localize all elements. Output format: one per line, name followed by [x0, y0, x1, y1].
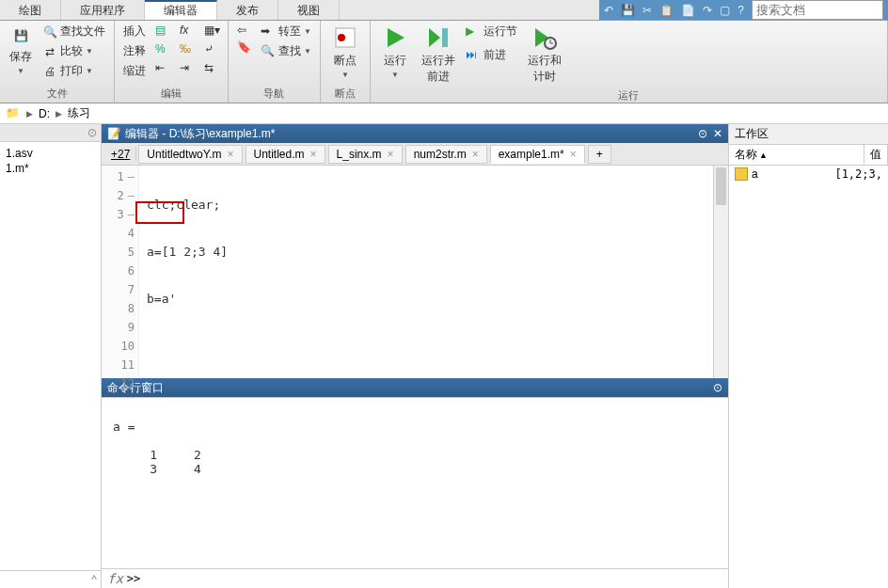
insert-button[interactable]: 插入: [120, 23, 149, 40]
run-advance-button[interactable]: 运行并 前进: [418, 23, 459, 87]
back-icon[interactable]: ⇦: [234, 23, 254, 38]
editor-scrollbar[interactable]: [713, 166, 728, 378]
indent-button[interactable]: 缩进: [120, 62, 149, 80]
close-tab-icon[interactable]: ×: [472, 148, 479, 161]
run-section-button[interactable]: ▶运行节: [463, 23, 520, 40]
cut-icon[interactable]: ✂: [642, 4, 652, 17]
tab-publish[interactable]: 发布: [217, 0, 278, 20]
file-item[interactable]: 1.m*: [0, 161, 101, 176]
col-value[interactable]: 值: [864, 145, 888, 165]
run-group-label: 运行: [376, 88, 881, 103]
paste-icon[interactable]: 📄: [681, 4, 695, 17]
crumb-folder[interactable]: 练习: [68, 105, 90, 121]
close-tab-icon[interactable]: ×: [310, 148, 317, 161]
dock-icon[interactable]: ⊙: [698, 127, 707, 140]
chevron-down-icon: ▼: [17, 67, 24, 75]
print-button[interactable]: 🖨打印▼: [40, 62, 108, 80]
save-icon[interactable]: 💾: [621, 4, 635, 17]
disk-icon: 💾: [9, 24, 32, 47]
minimize-panel-icon[interactable]: ⊙: [87, 126, 97, 139]
line-gutter: 1— 2— 3— 4 5 6 7 8 9 10 11 12: [102, 166, 139, 378]
add-tab-button[interactable]: +: [588, 145, 611, 164]
close-tab-icon[interactable]: ×: [228, 148, 234, 161]
insert-section-icon[interactable]: ▤: [152, 23, 173, 40]
advance-icon: ⏭: [466, 48, 481, 63]
undo-icon[interactable]: ↶: [604, 4, 613, 17]
editor-body[interactable]: 1— 2— 3— 4 5 6 7 8 9 10 11 12 clc;clear;…: [102, 166, 728, 378]
quick-access-toolbar: ↶ 💾 ✂ 📋 📄 ↷ ▢ ?: [599, 0, 888, 20]
tab-apps[interactable]: 应用程序: [61, 0, 145, 20]
main-area: ⊙ 1.asv 1.m* ^ 📝 编辑器 - D:\练习\example1.m*…: [0, 124, 888, 588]
workspace-var-row[interactable]: a [1,2;3,: [729, 166, 888, 183]
search-input[interactable]: [752, 0, 883, 20]
tab-untitledtwoy[interactable]: UntitledtwoY.m×: [138, 145, 242, 164]
var-name: a: [752, 167, 758, 181]
editor-title: 编辑器 - D:\练习\example1.m*: [125, 126, 275, 142]
find-icon: 🔍: [261, 44, 276, 59]
close-tab-icon[interactable]: ×: [570, 148, 577, 161]
tab-plot[interactable]: 绘图: [0, 0, 61, 20]
tab-view[interactable]: 视图: [278, 0, 340, 20]
svg-marker-3: [429, 28, 440, 47]
tab-example1[interactable]: example1.m*×: [490, 145, 585, 164]
crumb-sep-icon[interactable]: ▶: [26, 109, 33, 119]
nav-group-label: 导航: [234, 87, 314, 101]
svg-rect-4: [442, 28, 448, 47]
command-window-output[interactable]: a = 1 2 3 4: [102, 397, 728, 568]
file-group-label: 文件: [6, 87, 108, 101]
goto-button[interactable]: ➡转至▼: [258, 23, 314, 40]
redo-icon[interactable]: ↷: [703, 4, 712, 17]
tab-num2str[interactable]: num2str.m×: [405, 145, 487, 164]
crumb-sep-icon[interactable]: ▶: [56, 109, 62, 119]
indent-left-icon[interactable]: ⇤: [152, 60, 173, 77]
play-advance-icon: [423, 24, 453, 51]
svg-point-1: [338, 34, 345, 41]
folder-icon[interactable]: 📁: [6, 106, 21, 121]
comment-pct-icon[interactable]: %: [152, 41, 173, 58]
find-button[interactable]: 🔍查找▼: [258, 42, 314, 60]
run-time-icon: [530, 24, 560, 51]
search-file-icon: 🔍: [42, 24, 57, 40]
run-section-icon: ▶: [466, 24, 481, 40]
save-button[interactable]: 💾 保存 ▼: [6, 23, 36, 77]
find-files-button[interactable]: 🔍查找文件: [40, 23, 108, 40]
save-label: 保存: [9, 49, 32, 65]
code-area[interactable]: clc;clear; a=[1 2;3 4] b=a': [139, 166, 713, 378]
chevron-down-icon: ▼: [341, 71, 349, 79]
edit-group-label: 编辑: [120, 87, 222, 101]
tab-lsinx[interactable]: L_sinx.m×: [328, 145, 403, 164]
breakpoints-button[interactable]: 断点 ▼: [326, 23, 364, 81]
print-icon: 🖨: [42, 64, 57, 79]
close-tab-icon[interactable]: ×: [388, 148, 394, 161]
run-time-button[interactable]: 运行和 计时: [524, 23, 565, 87]
file-item[interactable]: 1.asv: [0, 146, 101, 161]
compare-icon: ⇄: [42, 44, 57, 59]
command-prompt: >>: [127, 572, 140, 585]
bookmark-icon[interactable]: 🔖: [234, 40, 254, 55]
insert-fx-icon[interactable]: fx: [177, 23, 198, 40]
col-name[interactable]: 名称▲: [729, 145, 864, 165]
comment-button[interactable]: 注释: [120, 42, 149, 60]
wrap-comment-icon[interactable]: ⤶: [201, 41, 222, 58]
workspace-title: 工作区: [729, 124, 888, 145]
insert-var-icon[interactable]: ▦▾: [201, 23, 222, 40]
compare-button[interactable]: ⇄比较▼: [40, 42, 108, 60]
command-input-row[interactable]: fx >>: [102, 568, 728, 588]
advance-button[interactable]: ⏭前进: [463, 46, 520, 64]
indent-right-icon[interactable]: ⇥: [177, 60, 198, 77]
smart-indent-icon[interactable]: ⇆: [201, 60, 222, 77]
run-button[interactable]: 运行 ▼: [376, 23, 414, 81]
uncomment-icon[interactable]: ‰: [177, 41, 198, 58]
copy-icon[interactable]: 📋: [659, 4, 674, 17]
help-icon[interactable]: ?: [737, 4, 744, 17]
zoom-indicator[interactable]: +27: [105, 148, 136, 161]
tab-untitled[interactable]: Untitled.m×: [246, 145, 325, 164]
layout-icon[interactable]: ▢: [720, 4, 730, 17]
minimize-cmd-icon[interactable]: ⊙: [713, 381, 722, 394]
close-icon[interactable]: ✕: [713, 127, 722, 140]
fx-icon: fx: [107, 571, 123, 586]
expand-panel-icon[interactable]: ^: [91, 573, 97, 586]
crumb-drive[interactable]: D:: [39, 107, 50, 120]
bp-group-label: 断点: [326, 87, 364, 101]
tab-editor[interactable]: 编辑器: [145, 0, 217, 20]
